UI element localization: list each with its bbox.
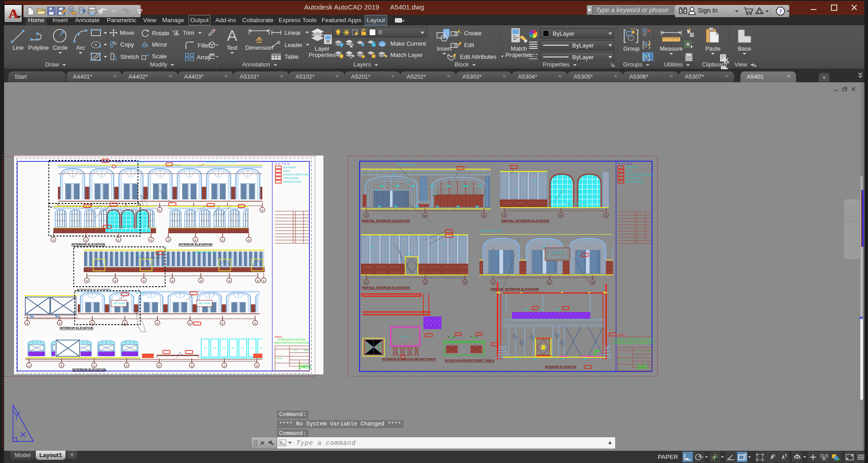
svg-text:?: ? (779, 8, 782, 14)
svg-text:INTERIOR ELEVATION RECEPTION: INTERIOR ELEVATION RECEPTION (613, 341, 655, 344)
svg-text:PARTIAL INTERIOR ELEVATION: PARTIAL INTERIOR ELEVATION (362, 219, 410, 222)
svg-text:540: 540 (637, 363, 648, 370)
svg-text:INTERIOR ELEVATION RECEPTIONIS: INTERIOR ELEVATION RECEPTIONIST (382, 358, 436, 361)
svg-text:NOTES: NOTES (618, 162, 633, 165)
svg-text:ELEVATIONS: ELEVATIONS (626, 166, 638, 169)
svg-text:NO CABLE EL 4N1: NO CABLE EL 4N1 (397, 163, 417, 166)
svg-text:A: A (227, 27, 237, 44)
svg-text:WOOD: WOOD (626, 170, 632, 172)
svg-text:SEE DETAIL #B VS: SEE DETAIL #B VS (567, 203, 587, 205)
svg-text:ACOUSTIC FABRIC PANELS: ACOUSTIC FABRIC PANELS (626, 174, 652, 176)
svg-text:MIRROR PLANTER: MIRROR PLANTER (626, 181, 644, 183)
svg-text:PARTIAL INTERIOR ELEVATIONS: PARTIAL INTERIOR ELEVATIONS (614, 338, 653, 341)
svg-text:2D: 2D (854, 215, 859, 219)
svg-text:PARTIAL INTERIOR ELEVATION: PARTIAL INTERIOR ELEVATION (362, 286, 410, 289)
svg-text:B 1 008: B 1 008 (619, 359, 626, 361)
svg-text:UPHOLSTERED: UPHOLSTERED (626, 177, 641, 180)
svg-text:INTERIOR ELEVATION: INTERIOR ELEVATION (545, 365, 576, 369)
svg-text:[ xxXXxx ]: [ xxXXxx ] (400, 335, 410, 338)
svg-text:SCL: SCL (637, 350, 641, 353)
svg-text:ART WORK: ART WORK (552, 252, 563, 255)
svg-text:SEE PURSYN EL 9N1: SEE PURSYN EL 9N1 (479, 230, 502, 232)
svg-text:A5/Rn: A5/Rn (647, 350, 652, 353)
svg-text:PARTIAL INTERIOR ELEVATION: PARTIAL INTERIOR ELEVATION (501, 219, 549, 222)
svg-text:ELEVATION RECEPTIONIST TABLE: ELEVATION RECEPTIONIST TABLE (445, 359, 495, 362)
svg-text:A5401m: A5401m (618, 334, 626, 336)
